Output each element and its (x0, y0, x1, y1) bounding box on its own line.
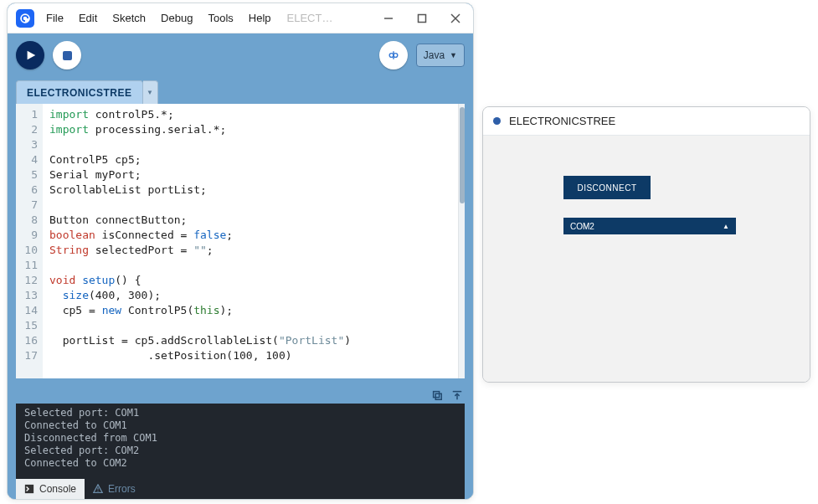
sketch-canvas: DISCONNECT COM2 ▲ (483, 136, 810, 382)
maximize-button[interactable] (413, 9, 431, 28)
copy-icon[interactable] (431, 389, 443, 401)
close-button[interactable] (446, 9, 465, 28)
sketch-runtime-window: ELECTRONICSTREE DISCONNECT COM2 ▲ (482, 106, 810, 383)
terminal-icon (24, 484, 34, 494)
disconnect-button[interactable]: DISCONNECT (563, 176, 651, 199)
chevron-down-icon: ▼ (147, 89, 153, 96)
sketch-titlebar: ELECTRONICSTREE (483, 107, 810, 136)
processing-ide-window: File Edit Sketch Debug Tools Help ELECTR… (7, 3, 474, 500)
menu-debug[interactable]: Debug (161, 12, 193, 24)
svg-point-6 (394, 54, 398, 58)
port-dropdown-value: COM2 (570, 222, 594, 231)
code-editor[interactable]: 1234567891011121314151617 import control… (16, 104, 465, 378)
line-number-gutter: 1234567891011121314151617 (16, 104, 43, 378)
chevron-up-icon: ▲ (723, 223, 729, 230)
processing-logo-icon (16, 9, 34, 28)
code-area[interactable]: import controlP5.*;import processing.ser… (43, 104, 458, 378)
svg-rect-8 (434, 392, 440, 398)
window-title: ELECTR… (287, 12, 337, 24)
port-dropdown[interactable]: COM2 ▲ (563, 218, 736, 234)
warning-icon (93, 484, 103, 494)
errors-tab-label: Errors (108, 483, 136, 495)
ide-menu-bar: File Edit Sketch Debug Tools Help (46, 12, 271, 24)
collapse-icon[interactable] (451, 389, 463, 401)
tab-menu-button[interactable]: ▼ (143, 80, 158, 104)
ide-titlebar: File Edit Sketch Debug Tools Help ELECTR… (8, 3, 473, 33)
disconnect-button-label: DISCONNECT (577, 183, 636, 193)
bug-icon (387, 49, 400, 62)
svg-rect-1 (419, 14, 426, 22)
minimize-button[interactable] (379, 9, 398, 28)
debugger-button[interactable] (379, 41, 408, 69)
errors-tab[interactable]: Errors (85, 479, 144, 499)
stop-icon (63, 51, 72, 60)
ide-toolbar: Java ▼ (8, 33, 473, 77)
console-output[interactable]: Selected port: COM1Connected to COM1Disc… (16, 404, 465, 477)
menu-help[interactable]: Help (249, 12, 271, 24)
sketch-tab-row: ELECTRONICSTREE ▼ (8, 77, 473, 104)
console-toolbar (8, 387, 473, 404)
menu-tools[interactable]: Tools (208, 12, 233, 24)
svg-rect-9 (435, 393, 441, 399)
sketch-icon (493, 117, 501, 125)
svg-point-5 (389, 54, 394, 58)
svg-marker-4 (28, 51, 36, 60)
sketch-window-title: ELECTRONICSTREE (509, 115, 615, 127)
stop-button[interactable] (53, 41, 81, 69)
editor-scrollbar[interactable] (458, 104, 465, 378)
sketch-tab-label: ELECTRONICSTREE (27, 87, 132, 99)
run-button[interactable] (16, 41, 44, 69)
svg-point-15 (97, 491, 98, 491)
menu-edit[interactable]: Edit (79, 12, 97, 24)
menu-file[interactable]: File (46, 12, 64, 24)
console-tab-label: Console (39, 483, 76, 495)
mode-label: Java (424, 49, 445, 61)
mode-selector[interactable]: Java ▼ (416, 44, 465, 67)
console-panel: Selected port: COM1Connected to COM1Disc… (8, 404, 473, 499)
sketch-tab[interactable]: ELECTRONICSTREE (16, 80, 143, 104)
scrollbar-thumb[interactable] (460, 107, 465, 203)
menu-sketch[interactable]: Sketch (112, 12, 146, 24)
chevron-down-icon: ▼ (450, 51, 457, 59)
console-tab[interactable]: Console (16, 479, 85, 499)
